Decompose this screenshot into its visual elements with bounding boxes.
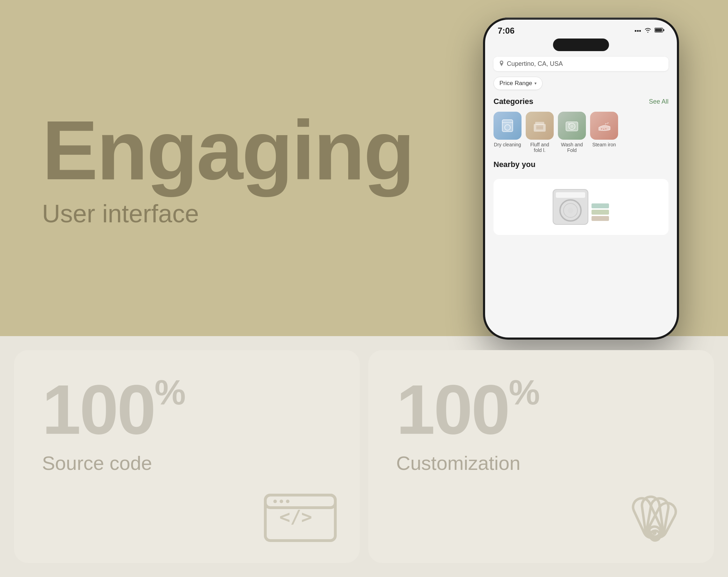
svg-point-13 <box>570 125 574 128</box>
stat-left-number-row: 100 % <box>42 375 332 445</box>
nearby-header: Nearby you <box>493 160 668 173</box>
svg-rect-3 <box>502 120 513 132</box>
nearby-section: Nearby you <box>493 160 668 235</box>
phone-inner: 7:06 ▪▪▪ <box>485 20 677 338</box>
battery-icon <box>654 27 664 35</box>
svg-rect-14 <box>568 123 570 125</box>
category-wash-fold[interactable]: Wash and Fold <box>558 112 586 153</box>
stat-right-number: 100 <box>396 375 509 445</box>
svg-point-17 <box>606 128 607 130</box>
phone-container: 7:06 ▪▪▪ <box>483 18 679 340</box>
palette-icon <box>616 481 693 545</box>
signal-icon: ▪▪▪ <box>635 27 641 35</box>
chevron-down-icon: ▾ <box>534 81 537 86</box>
svg-rect-23 <box>592 203 609 208</box>
svg-text:</>: </> <box>279 506 312 527</box>
dynamic-island <box>553 39 609 51</box>
stat-right-label: Customization <box>396 452 686 474</box>
code-icon: </> <box>262 488 339 545</box>
status-bar: 7:06 ▪▪▪ <box>485 20 677 36</box>
wash-fold-icon <box>558 112 586 140</box>
steam-iron-label: Steam iron <box>592 142 616 147</box>
stat-left-label: Source code <box>42 452 332 474</box>
location-bar[interactable]: Cupertino, CA, USA <box>493 57 668 71</box>
category-dry-cleaning[interactable]: Dry cleaning <box>493 112 522 153</box>
category-dry-cleaning-image <box>493 112 522 140</box>
svg-rect-25 <box>592 216 609 221</box>
phone-frame: 7:06 ▪▪▪ <box>483 18 679 340</box>
svg-rect-24 <box>592 210 609 215</box>
fluff-fold-icon <box>526 112 554 140</box>
status-icons: ▪▪▪ <box>635 27 664 35</box>
price-range-label: Price Range <box>499 80 532 87</box>
category-steam-iron-image <box>590 112 618 140</box>
dry-cleaning-icon <box>493 112 522 140</box>
wifi-icon <box>644 27 652 35</box>
category-steam-iron[interactable]: Steam iron <box>590 112 618 153</box>
top-section: Engaging User interface 7:06 ▪▪▪ <box>0 0 728 336</box>
see-all-link[interactable]: See All <box>649 98 668 105</box>
stat-left-number: 100 <box>42 375 155 445</box>
svg-rect-1 <box>663 29 664 31</box>
customization-card: 100 % Customization <box>368 350 714 563</box>
stat-right-number-row: 100 % <box>396 375 686 445</box>
dry-cleaning-label: Dry cleaning <box>494 142 521 147</box>
svg-rect-7 <box>535 122 544 125</box>
category-fluff-fold-image <box>526 112 554 140</box>
svg-point-29 <box>280 500 283 503</box>
steam-iron-icon <box>590 112 618 140</box>
svg-rect-2 <box>655 28 662 32</box>
stat-right-percent: % <box>509 375 540 410</box>
categories-title: Categories <box>493 97 533 106</box>
stat-left-percent: % <box>155 375 186 410</box>
washing-machine-illustration <box>546 182 616 231</box>
categories-header: Categories See All <box>493 97 668 106</box>
location-pin-icon <box>499 61 504 68</box>
location-text: Cupertino, CA, USA <box>507 60 563 68</box>
category-fluff-fold[interactable]: Fluff and fold l. <box>526 112 554 153</box>
category-wash-fold-image <box>558 112 586 140</box>
svg-point-16 <box>603 129 604 130</box>
nearby-card-inner <box>493 179 668 235</box>
wash-fold-label: Wash and Fold <box>558 142 586 153</box>
categories-row: Dry cleaning <box>493 112 668 153</box>
nearby-title: Nearby you <box>493 160 536 169</box>
svg-point-28 <box>273 500 277 503</box>
svg-rect-19 <box>556 192 585 198</box>
filter-row: Price Range ▾ <box>493 77 668 90</box>
price-range-button[interactable]: Price Range ▾ <box>493 77 542 90</box>
source-code-card: 100 % Source code </> <box>14 350 360 563</box>
svg-point-38 <box>652 531 657 535</box>
app-content: Cupertino, CA, USA Price Range ▾ Categor… <box>485 51 677 241</box>
svg-rect-6 <box>534 124 546 132</box>
svg-point-30 <box>286 500 289 503</box>
status-time: 7:06 <box>498 26 514 36</box>
svg-point-22 <box>568 208 573 213</box>
svg-point-15 <box>601 128 602 130</box>
bottom-section: 100 % Source code </> 100 % Customizatio… <box>0 336 728 577</box>
fluff-fold-label: Fluff and fold l. <box>526 142 554 153</box>
nearby-card[interactable] <box>493 179 668 235</box>
